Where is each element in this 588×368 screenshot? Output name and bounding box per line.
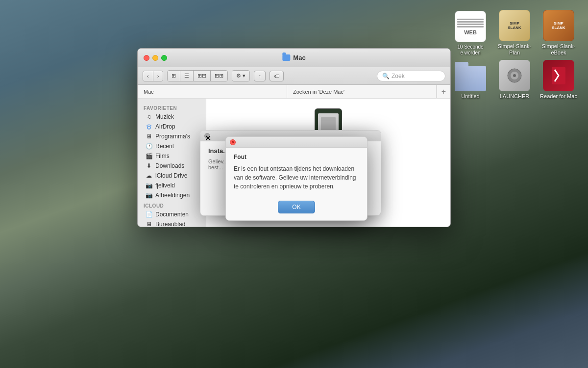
installer-close-button[interactable]: ✕ <box>204 133 210 139</box>
icon-view-button[interactable]: ⊞ <box>168 71 180 81</box>
nav-buttons: ‹ › <box>143 71 163 81</box>
desktop-icon-row-top: WEB 10 Secondee worden SIMPSLANK Simpel-… <box>451 10 578 56</box>
desktop-icon-simpel-ebook[interactable]: SIMPSLANK Simpel-Slank-eBoek <box>539 10 578 56</box>
sidebar-item-bureaublad[interactable]: 🖥 Bureaublad <box>140 219 204 227</box>
favorites-section-label: Favorieten <box>138 103 206 112</box>
desktop-icon-row-bottom: Untitled LAUNCHER <box>451 60 578 100</box>
minimize-button[interactable] <box>152 55 158 61</box>
bureaublad-icon: 🖥 <box>146 221 152 227</box>
films-icon: 🎬 <box>146 153 152 159</box>
finder-titlebar: Mac <box>138 49 450 67</box>
ok-button[interactable]: OK <box>278 201 315 213</box>
web-file-label: 10 Secondee worden <box>457 44 483 56</box>
launcher-label: LAUNCHER <box>500 93 530 100</box>
finder-toolbar: ‹ › ⊞ ☰ ⊞⊟ ⊞⊞ ⚙ ▾ ↑ 🏷 🔍 Zoek <box>138 67 450 85</box>
search-icon: 🔍 <box>382 73 390 79</box>
column-view-button[interactable]: ⊞⊟ <box>194 71 211 81</box>
sidebar-item-airdrop[interactable]: AirDrop <box>140 122 204 131</box>
desktop-background: WEB 10 Secondee worden SIMPSLANK Simpel-… <box>0 0 588 368</box>
finder-breadcrumb: Mac Zoeken in 'Deze Mac' + <box>138 85 450 99</box>
sidebar-item-documenten[interactable]: 📄 Documenten <box>140 210 204 219</box>
sidebar-item-programmas[interactable]: 🖥 Programma's <box>140 131 204 141</box>
error-titlebar: ✕ <box>226 137 367 148</box>
recent-icon: 🕐 <box>146 143 152 150</box>
sidebar-item-recent[interactable]: 🕐 Recent <box>140 141 204 151</box>
airdrop-icon <box>146 123 152 130</box>
sidebar-item-muziek[interactable]: ♫ Muziek <box>140 112 204 122</box>
simpel-ebook-label: Simpel-Slank-eBoek <box>542 43 575 56</box>
sidebar-item-fjeliveld[interactable]: 📷 fjeliveld <box>140 181 204 190</box>
downloads-icon: ⬇ <box>146 162 152 169</box>
close-button[interactable] <box>144 55 149 61</box>
documenten-icon: 📄 <box>146 211 152 218</box>
error-footer: OK <box>226 197 367 220</box>
back-button[interactable]: ‹ <box>143 71 153 81</box>
icloud-section-label: iCloud <box>138 200 206 210</box>
maximize-button[interactable] <box>161 55 167 61</box>
desktop-icons: WEB 10 Secondee worden SIMPSLANK Simpel-… <box>451 10 578 100</box>
desktop-icon-untitled[interactable]: Untitled <box>451 60 490 100</box>
music-icon: ♫ <box>146 113 152 120</box>
share-button[interactable]: ↑ <box>254 71 266 81</box>
simpel-ebook-icon: SIMPSLANK <box>543 10 574 41</box>
fjeliveld-icon: 📷 <box>146 182 152 189</box>
launcher-icon <box>499 60 530 91</box>
web-file-icon: WEB <box>455 11 486 42</box>
sidebar-item-downloads[interactable]: ⬇ Downloads <box>140 161 204 171</box>
traffic-lights <box>144 55 167 61</box>
breadcrumb-col2: Zoeken in 'Deze Mac' <box>287 85 437 98</box>
finder-sidebar: Favorieten ♫ Muziek AirDrop <box>138 99 206 227</box>
untitled-folder-icon <box>455 60 486 91</box>
svg-point-2 <box>513 74 516 77</box>
error-dialog: ✕ Fout Er is een fout ontstaan tijdens h… <box>225 136 368 221</box>
gear-button[interactable]: ⚙ ▾ <box>232 71 249 81</box>
icloud-drive-icon: ☁ <box>146 172 152 179</box>
search-placeholder: Zoek <box>392 73 405 79</box>
desktop-icon-launcher[interactable]: LAUNCHER <box>495 60 534 100</box>
sidebar-item-films[interactable]: 🎬 Films <box>140 151 204 161</box>
simpel-plan-icon: SIMPSLANK <box>499 10 530 41</box>
desktop-icon-web-file[interactable]: WEB 10 Secondee worden <box>451 11 490 56</box>
forward-button[interactable]: › <box>153 71 163 81</box>
desktop-icon-simpel-plan[interactable]: SIMPSLANK Simpel-Slank-Plan <box>495 10 534 56</box>
programmas-icon: 🖥 <box>146 133 152 140</box>
add-location-button[interactable]: + <box>437 85 450 98</box>
error-close-button[interactable]: ✕ <box>230 139 236 145</box>
action-buttons: ⚙ ▾ <box>232 70 250 81</box>
folder-title-icon <box>282 54 290 61</box>
simpel-plan-label: Simpel-Slank-Plan <box>495 43 534 56</box>
finder-title: Mac <box>282 54 305 61</box>
view-buttons: ⊞ ☰ ⊞⊟ ⊞⊞ <box>167 70 228 81</box>
search-box[interactable]: 🔍 Zoek <box>377 71 445 81</box>
error-message: Er is een fout ontstaan tijdens het down… <box>226 164 367 197</box>
error-title: Fout <box>226 148 367 164</box>
sidebar-item-afbeeldingen[interactable]: 📷 Afbeeldingen <box>140 190 204 200</box>
untitled-label: Untitled <box>461 93 479 100</box>
afbeeldingen-icon: 📷 <box>146 192 152 199</box>
gallery-view-button[interactable]: ⊞⊞ <box>211 71 227 81</box>
tag-button[interactable]: 🏷 <box>270 71 284 81</box>
list-view-button[interactable]: ☰ <box>180 71 194 81</box>
reader-icon <box>543 60 574 91</box>
sidebar-item-icloud-drive[interactable]: ☁ iCloud Drive <box>140 171 204 181</box>
desktop-icon-reader[interactable]: Reader for Mac <box>539 60 578 100</box>
reader-label: Reader for Mac <box>540 93 577 100</box>
breadcrumb-col1: Mac <box>138 85 287 98</box>
